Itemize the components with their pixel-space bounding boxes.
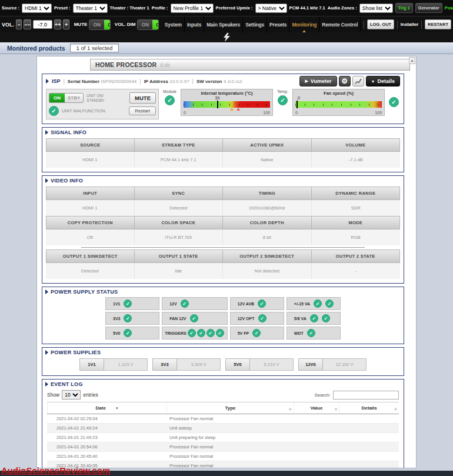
- trig-button[interactable]: Trig 1: [395, 3, 413, 13]
- column-header: ACTIVE UPMIX: [223, 138, 312, 152]
- table-row: 2021-04-01 20:45:40Processor Fan normal: [47, 452, 399, 461]
- search-label: Search:: [314, 392, 331, 398]
- profile-select[interactable]: New Profile 1: [171, 4, 214, 13]
- divider: [421, 21, 422, 29]
- tab-remote-control[interactable]: Remote Control: [319, 16, 361, 33]
- edit-link[interactable]: Edit: [160, 62, 169, 68]
- column-header: OUTPUT 2 STATE: [312, 249, 401, 263]
- unit-power-toggle[interactable]: ON STBY: [49, 93, 84, 103]
- profile-label: Profile :: [152, 5, 168, 11]
- selected-count-badge: 1 of 1 selected: [70, 44, 119, 52]
- entries-per-page-select[interactable]: 10: [62, 390, 81, 400]
- section-arrow-icon: [46, 79, 49, 84]
- volume-up-fast-button[interactable]: ++: [54, 19, 62, 29]
- cell-source: HDMI 1: [46, 152, 135, 168]
- volume-down-fast-button[interactable]: −−: [24, 19, 31, 29]
- temperature-value: 39: [215, 95, 219, 101]
- scrollbar-up-arrow[interactable]: ▲: [409, 57, 415, 64]
- power-supply-status-panel: POWER SUPPLY STATUS 1V1✓ 12V✓ 12V AVB✓ +…: [42, 287, 404, 344]
- check-icon: ✓: [124, 299, 132, 308]
- unit-restart-button[interactable]: Restart: [129, 106, 156, 115]
- search-area: Search:: [314, 391, 399, 400]
- supply-value: 1.103 V: [104, 358, 148, 371]
- logout-button[interactable]: LOG. OUT: [367, 19, 394, 29]
- column-header-type[interactable]: Type◆: [166, 402, 293, 414]
- preset-select[interactable]: Theater 1: [73, 4, 108, 13]
- scale-min: 0: [295, 111, 298, 115]
- vol-dim-toggle[interactable]: ON OFF: [137, 19, 158, 30]
- search-input[interactable]: [333, 391, 399, 400]
- divider: [81, 247, 365, 248]
- power-supplies-row: 1V11.103 V 3V33.309 V 5V05.219 V 12V012.…: [42, 358, 404, 371]
- column-header: SYNC: [135, 187, 224, 200]
- status-cell: 5V FP✓: [230, 327, 284, 339]
- main-area: ▲ HOME PROCESSOR Edit ISP | Serial Numbe…: [0, 54, 453, 470]
- unit-mute-button[interactable]: MUTE: [129, 92, 156, 104]
- monitored-products-tab[interactable]: Monitored products: [7, 45, 65, 52]
- check-icon: ✓: [314, 299, 322, 308]
- graph-button[interactable]: [352, 76, 364, 86]
- upmix-select[interactable]: > Native: [255, 4, 287, 13]
- signal-info-title: SIGNAL INFO: [42, 128, 404, 137]
- nav-tabs: System Inputs Main Speakers Settings Pre…: [162, 16, 361, 33]
- supply-label: 12V0: [298, 358, 323, 371]
- tab-presets[interactable]: Presets: [267, 16, 289, 33]
- video-info-title: VIDEO INFO: [42, 176, 404, 185]
- tab-monitoring[interactable]: Monitoring: [289, 16, 319, 33]
- cell-sync: Detected: [135, 200, 224, 216]
- power-label[interactable]: Power: [445, 5, 453, 11]
- vumeter-button[interactable]: ▶Vumeter: [299, 76, 337, 86]
- column-header: COLOR DEPTH: [223, 216, 312, 229]
- unit-status-box: ON STBY UNIT ON/STANDBY MUTE ✓ UNIT MALF…: [46, 89, 159, 119]
- monitored-products-bar: Monitored products 1 of 1 selected: [0, 42, 453, 54]
- details-label: Details: [377, 78, 395, 84]
- generator-button[interactable]: Generator: [415, 3, 442, 13]
- status-cell: 12V OPT✓: [230, 312, 284, 325]
- mute-off-option[interactable]: OFF: [104, 20, 111, 29]
- status-cell: TRIGGERS✓✓✓✓: [162, 327, 228, 339]
- settings-gear-button[interactable]: ⚙: [339, 76, 351, 86]
- mute-on-option[interactable]: ON: [89, 20, 104, 29]
- signal-info-table: SOURCE STREAM TYPE ACTIVE UPMIX VOLUME H…: [46, 138, 400, 168]
- section-arrow-icon: [45, 350, 48, 355]
- sort-icon: ◆: [335, 407, 338, 411]
- column-header-value[interactable]: Value◆: [294, 402, 339, 414]
- serial-label: Serial Number: [68, 79, 99, 84]
- volume-down-button[interactable]: −: [16, 19, 22, 29]
- status-cell: 12V AVB✓: [230, 297, 284, 310]
- module-ok-check-icon: ✓: [165, 95, 175, 105]
- ip-value: 10.0.0.97: [169, 79, 189, 84]
- column-header-date[interactable]: Date▼: [47, 402, 166, 414]
- restart-button[interactable]: RESTART: [425, 19, 451, 29]
- audio-zones-select[interactable]: Show list: [359, 4, 393, 13]
- divider: |: [64, 78, 65, 84]
- volume-input[interactable]: [33, 20, 52, 29]
- column-header: STREAM TYPE: [135, 138, 224, 152]
- power-supplies-panel: POWER SUPPLIES 1V11.103 V 3V33.309 V 5V0…: [42, 347, 404, 376]
- mute-toggle[interactable]: ON OFF: [89, 19, 110, 30]
- volume-up-button[interactable]: +: [63, 19, 69, 29]
- play-icon: ▶: [305, 79, 308, 84]
- vol-dim-on-option[interactable]: ON: [138, 20, 152, 29]
- source-select[interactable]: HDMI 1: [22, 4, 52, 13]
- cell-input: HDMI 1: [46, 200, 135, 216]
- tab-inputs[interactable]: Inputs: [185, 16, 204, 33]
- supply-label: 5V0: [225, 358, 250, 371]
- scale-max: 100: [375, 111, 382, 115]
- check-icon: ✓: [197, 329, 205, 337]
- mute-label: MUTE: [74, 22, 88, 27]
- unit-on-option[interactable]: ON: [49, 94, 65, 102]
- column-header-details[interactable]: Details◆: [339, 402, 399, 414]
- details-button[interactable]: ▼Details: [366, 76, 400, 86]
- unit-malfunction-label: UNIT MALFUNCTION: [62, 108, 105, 114]
- module-label: Module: [163, 89, 176, 94]
- unit-stby-option[interactable]: STBY: [65, 94, 83, 102]
- temperature-needle: [217, 101, 218, 108]
- tab-settings[interactable]: Settings: [243, 16, 267, 33]
- check-icon: ✓: [188, 329, 196, 337]
- fan-scale: 0 100: [295, 111, 382, 115]
- tab-main-speakers[interactable]: Main Speakers: [204, 16, 243, 33]
- check-icon: ✓: [206, 329, 215, 337]
- tab-system[interactable]: System: [162, 16, 185, 33]
- vol-dim-off-option[interactable]: OFF: [152, 20, 159, 29]
